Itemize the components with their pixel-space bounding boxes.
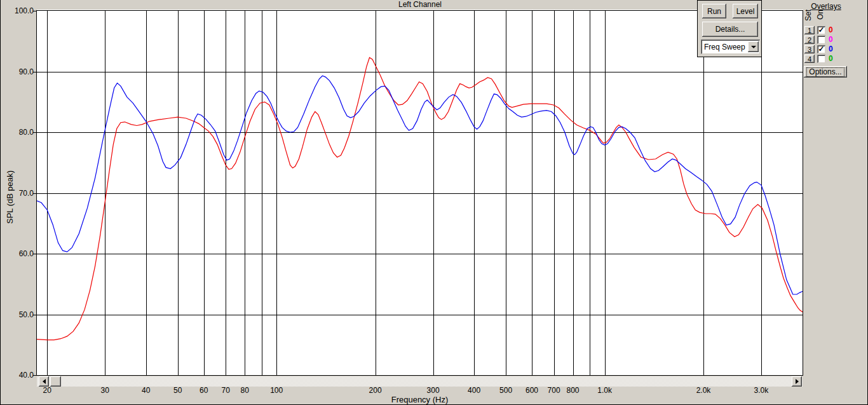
sweep-mode-value: Freq Sweep <box>701 43 748 51</box>
app-window: Left Channel SPL (dB peak) Frequency (Hz… <box>0 0 868 405</box>
overlays-on-header: On <box>816 10 825 20</box>
y-tick <box>33 193 36 194</box>
y-tick <box>33 72 36 72</box>
overlay-on-checkbox-3[interactable]: ✓ <box>817 45 825 53</box>
x-tick-label: 2.0k <box>696 386 711 395</box>
x-tick-label: 60 <box>200 386 208 395</box>
overlay-set-button-3[interactable]: 3 <box>804 45 815 53</box>
x-tick-label: 400 <box>468 386 480 395</box>
options-button-label: Options... <box>806 67 844 77</box>
x-tick-label: 1.0k <box>597 386 612 395</box>
y-tick <box>33 375 36 376</box>
overlay-on-checkbox-4[interactable] <box>817 55 825 63</box>
dropdown-button[interactable] <box>748 41 759 52</box>
overlay-value-3: 0 <box>829 45 833 53</box>
overlay-value-4: 0 <box>829 55 833 63</box>
y-tick <box>33 11 36 11</box>
y-tick-label: 100.0 <box>1 6 34 15</box>
curve-overlay-3-blue <box>37 76 803 294</box>
overlay-value-1: 0 <box>829 26 833 34</box>
control-panel: Run Level Details... Freq Sweep <box>697 0 762 57</box>
overlay-set-button-1[interactable]: 1 <box>804 26 815 34</box>
overlay-on-checkbox-1[interactable]: ✓ <box>817 26 825 34</box>
scrollbar-thumb[interactable] <box>50 376 61 387</box>
chart-title: Left Channel <box>37 0 803 10</box>
x-tick-label: 200 <box>369 386 382 395</box>
scrollbar-track[interactable] <box>37 376 803 387</box>
x-axis-title: Frequency (Hz) <box>37 395 803 404</box>
x-tick-label: 50 <box>173 386 182 395</box>
arrow-left-icon <box>43 379 46 384</box>
sweep-mode-select[interactable]: Freq Sweep <box>701 39 760 54</box>
x-tick-label: 3.0k <box>754 386 769 395</box>
curve-overlay-1-red <box>37 58 803 340</box>
details-button[interactable]: Details... <box>702 22 758 37</box>
y-tick-label: 80.0 <box>1 128 34 137</box>
x-tick-label: 500 <box>499 386 512 395</box>
x-tick-label: 80 <box>240 386 248 395</box>
y-tick <box>33 132 36 133</box>
options-button[interactable]: Options... <box>804 66 847 78</box>
overlay-value-2: 0 <box>829 36 833 44</box>
y-tick-label: 60.0 <box>1 249 34 258</box>
y-tick <box>33 315 36 315</box>
x-tick-label: 40 <box>142 386 150 395</box>
level-button[interactable]: Level <box>733 4 758 18</box>
spl-chart <box>37 11 803 375</box>
x-tick-label: 300 <box>427 386 440 395</box>
x-tick-label: 20 <box>43 386 51 395</box>
scroll-left-button[interactable] <box>39 376 49 387</box>
x-tick-label: 800 <box>567 386 580 395</box>
x-tick-label: 600 <box>526 386 538 395</box>
x-tick-label: 700 <box>548 386 560 395</box>
overlay-set-button-2[interactable]: 2 <box>804 36 815 44</box>
x-tick-label: 100 <box>270 386 283 395</box>
y-tick <box>33 254 36 254</box>
frequency-scrollbar[interactable] <box>37 376 803 387</box>
y-tick-label: 70.0 <box>1 189 34 198</box>
run-button[interactable]: Run <box>702 4 726 18</box>
overlay-on-checkbox-2[interactable] <box>817 36 825 44</box>
y-tick-label: 40.0 <box>1 371 34 380</box>
x-tick-label: 30 <box>101 386 109 395</box>
arrow-right-icon <box>796 379 799 384</box>
plot-area <box>36 10 803 376</box>
x-tick-label: 70 <box>222 386 230 395</box>
y-tick-label: 50.0 <box>1 310 34 319</box>
overlays-set-header: Set <box>804 10 813 21</box>
chevron-down-icon <box>751 46 756 48</box>
overlay-set-button-4[interactable]: 4 <box>804 55 815 63</box>
scroll-right-button[interactable] <box>792 376 802 387</box>
y-tick-label: 90.0 <box>1 67 34 76</box>
overlays-panel: Overlays Set On 1✓0203✓040 Options... <box>803 0 868 83</box>
